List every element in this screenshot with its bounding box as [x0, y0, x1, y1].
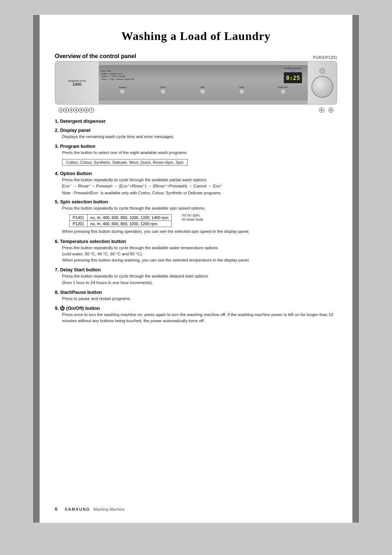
- item-4-heading: 4. Option Button: [55, 171, 337, 176]
- spin-speeds-1: no, rh, 400, 600, 800, 1000, 1200, 1400 …: [87, 215, 171, 221]
- item-7-heading: 7. Delay Start button: [55, 267, 337, 272]
- item-5-heading: 5. Spin selection button: [55, 199, 337, 204]
- num-circle-4: 4: [74, 108, 79, 113]
- num-circle-1: 1: [58, 108, 64, 113]
- item-5-body-2: When pressing this button during operati…: [62, 228, 337, 235]
- num-circle-9: 9: [328, 108, 334, 113]
- num-circle-8: 8: [319, 108, 324, 113]
- item-5-section: 5. Spin selection button Press the butto…: [55, 199, 337, 235]
- item-9-num: 9.: [55, 305, 60, 311]
- indicator-label-4: Rinse ○○ ○Clips ○ Prewash ○Rinse hold: [102, 78, 280, 81]
- item-3-heading: 3. Program button: [55, 143, 337, 149]
- item-1-label: Detergent dispenser: [60, 118, 106, 124]
- item-3-body: Press the button to select one of the ei…: [62, 150, 337, 156]
- delay-btn-group: Delay Start: [278, 86, 288, 95]
- footer-page-num: 6: [55, 506, 57, 512]
- spin-label: Spin: [200, 86, 205, 88]
- delay-btn[interactable]: [281, 89, 286, 94]
- item-5-body: Press the button repeatedly to cycle thr…: [62, 205, 337, 211]
- program-btn[interactable]: [120, 89, 125, 94]
- item-6-section: 6. Temperature selection button Press th…: [55, 239, 337, 264]
- indicator-label-1: time○ ○Eco: [102, 70, 280, 73]
- item-7-label: Delay Start button: [60, 267, 101, 272]
- num-item-5: 5: [79, 108, 84, 113]
- num-circle-2: 2: [64, 108, 69, 113]
- display-header: Pre Wash Rinse Spin○ ● ○ ○: [284, 67, 302, 72]
- programs-box: Cotton, Colour, Synthetic, Delicate, Woo…: [62, 159, 188, 166]
- delay-label: Delay Start: [278, 86, 288, 88]
- item-9-label: ⏻ (On/Off) button: [60, 305, 100, 311]
- item-8-label: Start/Pause button: [60, 289, 102, 295]
- temp-btn-group: Temp: [239, 86, 244, 95]
- program-btn-group: Program: [119, 86, 126, 95]
- item-7-num: 7.: [55, 267, 60, 272]
- control-panel-title: Overview of the control panel: [55, 53, 136, 60]
- option-label: Option: [160, 86, 166, 88]
- spin-model-1: P1401: [70, 215, 87, 221]
- washer-left-body: sorQuick P1401 1400: [55, 61, 99, 104]
- top-indicators: time○ ○Eco tumble○ ○Delicate ○Eco ♦ star…: [102, 67, 305, 83]
- num-item-8: 8: [319, 108, 324, 113]
- num-item-1: 1: [58, 108, 64, 113]
- num-circle-5: 5: [79, 108, 84, 113]
- item-3-num: 3.: [55, 143, 60, 149]
- item-4-num: 4.: [55, 171, 60, 176]
- item-6-num: 6.: [55, 239, 60, 244]
- item-6-label: Temperature selection button: [60, 239, 126, 244]
- dial[interactable]: [311, 76, 333, 98]
- power-button[interactable]: [319, 68, 325, 74]
- numbered-labels-row: 1 2 3 4 5 6 7 8 9: [55, 108, 337, 113]
- spin-model-2: P1201: [70, 221, 87, 227]
- item-2-body: Displays the remaining wash cycle time a…: [62, 134, 337, 140]
- option-btn[interactable]: [160, 89, 166, 94]
- panel-inner: time○ ○Eco tumble○ ○Delicate ○Eco ♦ star…: [99, 65, 308, 101]
- temp-btn[interactable]: [239, 89, 244, 94]
- item-1-section: 1. Detergent dispenser: [55, 118, 337, 124]
- footer-product: Washing Machine: [93, 507, 124, 511]
- item-2-label: Display panel: [60, 127, 90, 133]
- spin-table: P1401 no, rh, 400, 600, 800, 1000, 1200,…: [69, 214, 172, 227]
- spin-btn[interactable]: [200, 89, 205, 94]
- item-2-num: 2.: [55, 127, 60, 133]
- page-title: Washing a Load of Laundry: [55, 29, 337, 43]
- indicator-label-3: start●○○○⊙ ○Fine ♦ ○No Spin: [102, 75, 280, 78]
- item-5-num: 5.: [55, 199, 60, 204]
- item-4-label: Option Button: [60, 171, 91, 176]
- item-9-heading: 9. ⏻ (On/Off) button: [55, 305, 337, 311]
- num-item-2: 2: [64, 108, 69, 113]
- program-label: Program: [119, 86, 126, 88]
- item-4-body: Press the button repeatedly to cycle thr…: [62, 177, 337, 190]
- item-9-body: Press once to turn the washing machine o…: [62, 312, 337, 324]
- control-panel-section: Overview of the control panel P1401/P120…: [55, 53, 337, 113]
- item-4-section: 4. Option Button Press the button repeat…: [55, 171, 337, 196]
- num-circle-3: 3: [69, 108, 74, 113]
- item-8-section: 8. Start/Pause button Press to pause and…: [55, 289, 337, 302]
- brand-label: sorQuick P1401: [68, 80, 86, 82]
- spin-row-p1401: P1401 no, rh, 400, 600, 800, 1000, 1200,…: [70, 215, 172, 221]
- item-6-heading: 6. Temperature selection button: [55, 239, 337, 244]
- num-item-6: 6: [84, 108, 89, 113]
- washer-right: [308, 61, 337, 104]
- item-2-section: 2. Display panel Displays the remaining …: [55, 127, 337, 140]
- footer-brand: SAMSUNG: [65, 507, 90, 511]
- item-8-body: Press to pause and restart programs.: [62, 296, 337, 302]
- brand-number: 1400: [68, 82, 86, 86]
- num-item-9: 9: [328, 108, 334, 113]
- panel-buttons-row: Program Option Spin Temp: [102, 86, 305, 95]
- num-item-3: 3: [69, 108, 74, 113]
- item-3-section: 3. Program button Press the button to se…: [55, 143, 337, 167]
- num-circle-7: 7: [89, 108, 94, 113]
- num-item-4: 4: [74, 108, 79, 113]
- footer: 6 SAMSUNG Washing Machine: [55, 506, 337, 512]
- spin-btn-group: Spin: [200, 86, 205, 95]
- panel-display: 0:25: [284, 72, 302, 83]
- indicator-label-2: tumble○ ○Delicate ○Eco ♦: [102, 73, 280, 76]
- item-7-section: 7. Delay Start button Press the button r…: [55, 267, 337, 286]
- right-bar: [352, 15, 359, 523]
- temp-label: Temp: [239, 86, 244, 88]
- item-2-heading: 2. Display panel: [55, 127, 337, 133]
- page: Washing a Load of Laundry Overview of th…: [33, 15, 359, 523]
- item-1-num: 1.: [55, 118, 59, 124]
- num-spacer: [94, 108, 319, 113]
- left-bar: [33, 15, 40, 523]
